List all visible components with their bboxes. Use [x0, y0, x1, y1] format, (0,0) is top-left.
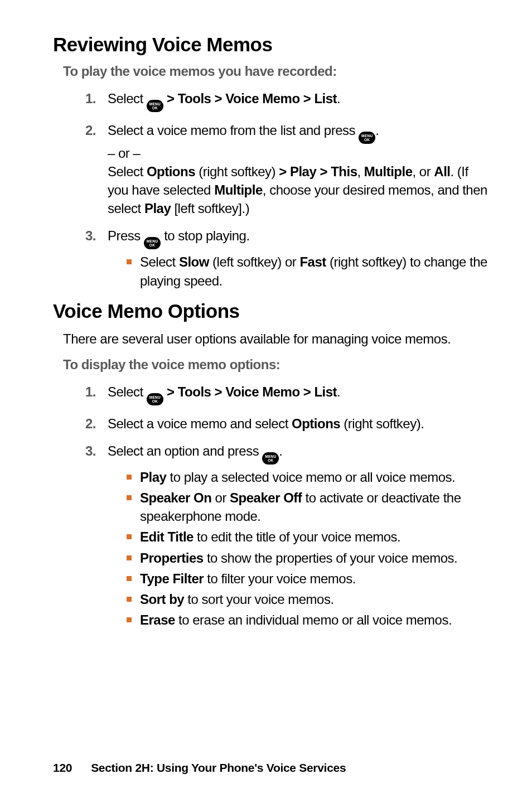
- step-1: Select MENUOK > Tools > Voice Memo > Lis…: [85, 89, 489, 112]
- step-1: Select MENUOK > Tools > Voice Memo > Lis…: [85, 383, 489, 405]
- steps-options: Select MENUOK > Tools > Voice Memo > Lis…: [53, 383, 489, 629]
- text-bold: Multiple: [214, 182, 263, 197]
- step-3: Press MENUOK to stop playing. Select Slo…: [85, 226, 489, 289]
- sublist: Play to play a selected voice memo or al…: [108, 468, 489, 629]
- text: or: [211, 490, 230, 505]
- text-bold: Properties: [140, 550, 204, 565]
- menu-ok-icon: MENUOK: [144, 237, 161, 249]
- or-text: – or –: [108, 146, 140, 161]
- text: [left softkey].): [171, 201, 249, 216]
- text-bold: Options: [292, 416, 340, 431]
- text: .: [337, 91, 340, 106]
- page-number: 120: [53, 761, 72, 775]
- menu-ok-icon: MENUOK: [262, 452, 279, 465]
- text-bold: > Tools > Voice Memo > List: [163, 91, 337, 106]
- text: Select: [108, 384, 147, 399]
- text-bold: Type Filter: [140, 571, 204, 586]
- text: to stop playing.: [161, 228, 250, 243]
- menu-ok-icon: MENUOK: [147, 100, 163, 112]
- sub-item: Play to play a selected voice memo or al…: [127, 468, 489, 486]
- text: to show the properties of your voice mem…: [204, 550, 458, 565]
- steps-reviewing: Select MENUOK > Tools > Voice Memo > Lis…: [53, 89, 489, 290]
- text: Select a voice memo and select: [108, 416, 292, 431]
- text: (right softkey).: [340, 416, 424, 431]
- intro-text: There are several user options available…: [63, 330, 489, 348]
- sub-item: Type Filter to filter your voice memos.: [127, 569, 489, 588]
- text-bold: > Play > This: [279, 164, 357, 179]
- text-bold: Options: [147, 164, 195, 179]
- text: Select: [108, 91, 147, 106]
- text-bold: > Tools > Voice Memo > List: [163, 384, 337, 399]
- text: to sort your voice memos.: [184, 592, 333, 607]
- text-bold: Edit Title: [140, 529, 194, 544]
- text: to edit the title of your voice memos.: [194, 529, 400, 544]
- text-bold: Sort by: [140, 592, 184, 607]
- text: Select: [140, 254, 179, 269]
- sub-item: Erase to erase an individual memo or all…: [127, 611, 489, 629]
- page-footer: 120Section 2H: Using Your Phone's Voice …: [53, 761, 346, 775]
- text: ,: [357, 164, 364, 179]
- page: Reviewing Voice Memos To play the voice …: [0, 0, 532, 798]
- sub-item: Speaker On or Speaker Off to activate or…: [127, 489, 489, 525]
- text: Select an option and press: [108, 443, 262, 458]
- text: , or: [413, 164, 434, 179]
- text: to filter your voice memos.: [204, 571, 356, 586]
- step-3: Select an option and press MENUOK. Play …: [85, 442, 489, 629]
- lead-options: To display the voice memo options:: [63, 357, 489, 373]
- text: (left softkey) or: [209, 254, 300, 269]
- text-bold: Slow: [179, 254, 209, 269]
- text: to play a selected voice memo or all voi…: [166, 470, 455, 485]
- sub-item: Select Slow (left softkey) or Fast (righ…: [127, 253, 489, 289]
- sub-item: Properties to show the properties of you…: [127, 549, 489, 567]
- text-bold: Play: [144, 201, 171, 216]
- text: to erase an individual memo or all voice…: [175, 612, 452, 627]
- step-2: Select a voice memo and select Options (…: [85, 414, 489, 433]
- text: Press: [108, 228, 144, 243]
- sub-item: Sort by to sort your voice memos.: [127, 590, 489, 608]
- heading-options: Voice Memo Options: [53, 300, 489, 322]
- text: .: [337, 384, 340, 399]
- text-bold: Erase: [140, 612, 175, 627]
- text-bold: Speaker On: [140, 490, 211, 505]
- text-bold: Play: [140, 470, 166, 485]
- text-bold: Multiple: [364, 164, 413, 179]
- text-bold: Fast: [299, 254, 326, 269]
- text-bold: All: [434, 164, 450, 179]
- text: (right softkey): [195, 164, 279, 179]
- lead-play: To play the voice memos you have recorde…: [63, 64, 489, 79]
- menu-ok-icon: MENUOK: [359, 132, 375, 144]
- heading-reviewing: Reviewing Voice Memos: [53, 33, 489, 56]
- sub-item: Edit Title to edit the title of your voi…: [127, 528, 489, 546]
- section-label: Section 2H: Using Your Phone's Voice Ser…: [91, 761, 346, 774]
- sublist: Select Slow (left softkey) or Fast (righ…: [108, 253, 489, 289]
- menu-ok-icon: MENUOK: [147, 393, 163, 405]
- text: .: [279, 443, 282, 458]
- step-2: Select a voice memo from the list and pr…: [85, 121, 489, 217]
- text: Select: [108, 164, 147, 179]
- text: .: [375, 123, 379, 138]
- text-bold: Speaker Off: [230, 490, 302, 505]
- text: Select a voice memo from the list and pr…: [108, 123, 359, 138]
